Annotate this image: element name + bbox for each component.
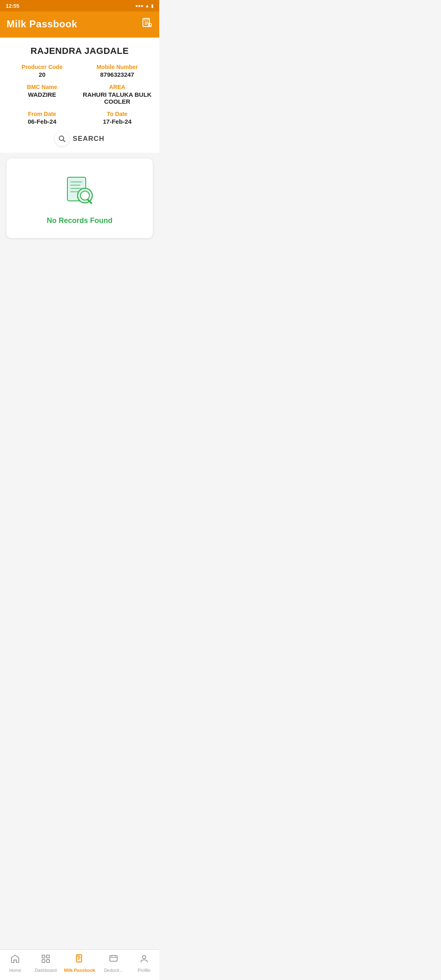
from-date-item: From Date 06-Feb-24 — [7, 111, 78, 125]
to-date-item: To Date 17-Feb-24 — [82, 111, 153, 125]
to-date-value: 17-Feb-24 — [82, 118, 153, 125]
mobile-number-item: Mobile Number 8796323247 — [82, 64, 153, 78]
mobile-number-label: Mobile Number — [82, 64, 153, 70]
search-label: SEARCH — [73, 135, 105, 143]
header: Milk Passbook — [0, 11, 159, 38]
search-btn-container: SEARCH — [7, 131, 153, 146]
signal-icon: ●●● — [135, 3, 143, 8]
status-icons: ●●● ▲ ▮ — [135, 3, 154, 9]
svg-rect-12 — [70, 191, 78, 192]
area-item: AREA RAHURI TALUKA BULK COOLER — [82, 84, 153, 105]
area-value: RAHURI TALUKA BULK COOLER — [82, 91, 153, 105]
svg-rect-10 — [70, 185, 80, 186]
bmc-name-item: BMC Name WADZIRE — [7, 84, 78, 105]
no-records-text: No Records Found — [47, 216, 113, 225]
main-content: RAJENDRA JAGDALE Producer Code 20 Mobile… — [0, 38, 159, 153]
no-records-card: No Records Found — [7, 158, 153, 238]
from-date-label: From Date — [7, 111, 78, 117]
info-grid: Producer Code 20 Mobile Number 879632324… — [7, 64, 153, 125]
producer-code-item: Producer Code 20 — [7, 64, 78, 78]
passbook-icon[interactable] — [141, 17, 153, 31]
svg-rect-11 — [70, 188, 82, 189]
svg-line-7 — [63, 140, 65, 142]
search-icon — [55, 131, 69, 146]
wifi-icon: ▲ — [145, 3, 149, 8]
no-records-illustration — [61, 173, 98, 210]
mobile-number-value: 8796323247 — [82, 71, 153, 78]
status-bar: 12:55 ●●● ▲ ▮ — [0, 0, 159, 11]
to-date-label: To Date — [82, 111, 153, 117]
area-label: AREA — [82, 84, 153, 90]
svg-point-14 — [80, 191, 89, 200]
bmc-name-value: WADZIRE — [7, 91, 78, 98]
producer-code-label: Producer Code — [7, 64, 78, 70]
from-date-value: 06-Feb-24 — [7, 118, 78, 125]
user-name: RAJENDRA JAGDALE — [7, 46, 153, 56]
svg-rect-9 — [70, 181, 82, 183]
battery-icon: ▮ — [151, 3, 154, 9]
bmc-name-label: BMC Name — [7, 84, 78, 90]
svg-rect-1 — [144, 18, 148, 20]
search-button[interactable]: SEARCH — [55, 131, 105, 146]
status-time: 12:55 — [6, 3, 19, 9]
page-title: Milk Passbook — [7, 18, 77, 30]
producer-code-value: 20 — [7, 71, 78, 78]
